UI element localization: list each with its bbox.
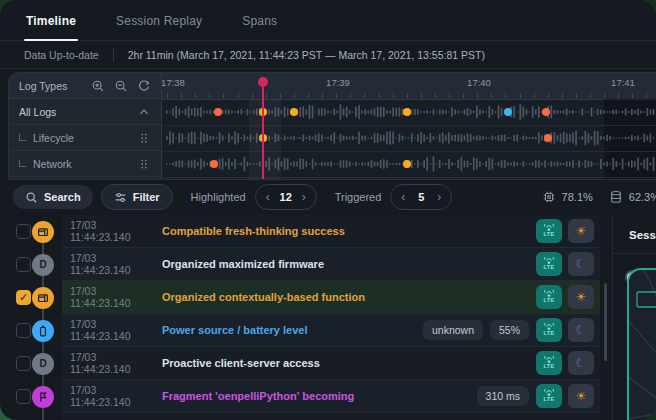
axis-tick — [548, 93, 549, 98]
log-row-content[interactable]: 17/03 11:44:23.140Fragment 'oenpelliPyth… — [62, 380, 600, 413]
axis-tick — [477, 93, 478, 98]
tab-timeline[interactable]: Timeline — [24, 14, 78, 40]
network-lte-badge[interactable]: LTE — [536, 252, 562, 276]
zoom-out-icon[interactable] — [114, 79, 128, 93]
axis-tick — [449, 93, 450, 98]
log-message: Compatible fresh-thinking success — [162, 225, 529, 237]
log-type-row-lifecycle[interactable]: Lifecycle — [9, 125, 161, 151]
log-type-row-network[interactable]: Network — [9, 151, 161, 177]
next-icon[interactable]: › — [437, 191, 441, 203]
log-message: Fragment 'oenpelliPython' becoming — [162, 390, 470, 402]
log-message: Proactive client-server access — [162, 357, 529, 369]
wifi-icon — [543, 323, 555, 330]
axis-tick — [195, 93, 196, 98]
network-lte-badge[interactable]: LTE — [536, 351, 562, 375]
log-row-content[interactable]: 17/03 11:44:23.140Proactive client-serve… — [62, 347, 600, 380]
wifi-icon — [543, 389, 555, 396]
tab-session-replay[interactable]: Session Replay — [114, 14, 204, 40]
zoom-in-icon[interactable] — [91, 79, 105, 93]
log-type-label: All Logs — [19, 106, 137, 118]
highlighted-pager: ‹ 12 › — [255, 184, 317, 210]
waveform-lane-network[interactable] — [161, 151, 656, 178]
event-dot-orange[interactable] — [544, 134, 552, 142]
axis-tick — [618, 93, 619, 98]
sun-mode-badge[interactable]: ☀ — [568, 384, 594, 408]
log-row-content[interactable]: 17/03 11:44:23.140Organized contextually… — [62, 281, 600, 314]
event-dot-orange[interactable] — [542, 108, 550, 116]
prev-icon[interactable]: ‹ — [266, 191, 270, 203]
row-checkbox[interactable] — [16, 389, 31, 404]
moon-mode-badge[interactable]: ☾ — [568, 318, 594, 342]
axis-tick — [604, 93, 605, 98]
event-dot-amber[interactable] — [403, 160, 411, 168]
next-icon[interactable]: › — [302, 191, 306, 203]
filter-icon — [114, 191, 127, 204]
row-checkbox[interactable] — [16, 257, 31, 272]
log-row-content[interactable]: 17/03 11:44:23.140Organized maximized fi… — [62, 248, 600, 281]
log-row[interactable]: D17/03 11:44:23.140Organized maximized f… — [0, 248, 611, 281]
log-timestamp: 17/03 11:44:23.140 — [70, 318, 154, 342]
filter-label: Filter — [133, 191, 160, 203]
axis-tick — [266, 93, 267, 98]
log-row-content[interactable]: 17/03 11:44:23.140Power source / battery… — [62, 314, 600, 347]
log-row[interactable]: 17/03 11:44:23.140Power source / battery… — [0, 314, 611, 347]
axis-tick — [562, 93, 563, 98]
log-type-row-all-logs[interactable]: All Logs — [9, 99, 161, 125]
event-dot-amber[interactable] — [403, 108, 411, 116]
timeline-wave-area[interactable]: 17:3817:3917:4017:41 — [161, 73, 656, 179]
log-row[interactable]: D17/03 11:44:23.140Proactive client-serv… — [0, 347, 611, 380]
refresh-icon[interactable] — [137, 79, 151, 93]
network-lte-badge[interactable]: LTE — [536, 285, 562, 309]
axis-tick — [350, 93, 351, 98]
drag-handle-icon[interactable] — [137, 131, 151, 145]
device-screen-preview[interactable] — [627, 268, 656, 420]
row-checkbox[interactable]: ✓ — [16, 290, 31, 305]
waveform-lane-lifecycle[interactable] — [161, 125, 656, 152]
info-bar: Data Up-to-date 2hr 11min (March 17, 202… — [0, 41, 656, 69]
row-checkbox[interactable] — [16, 323, 31, 338]
cpu-icon — [542, 190, 556, 204]
event-dot-blue[interactable] — [504, 108, 512, 116]
prev-icon[interactable]: ‹ — [401, 191, 405, 203]
log-message: Power source / battery level — [162, 324, 416, 336]
event-dot-orange[interactable] — [210, 160, 218, 168]
network-lte-badge[interactable]: LTE — [536, 384, 562, 408]
wifi-icon — [543, 224, 555, 231]
axis-tick — [421, 93, 422, 98]
moon-mode-badge[interactable]: ☾ — [568, 351, 594, 375]
log-row[interactable]: 17/03 11:44:23.140Compatible fresh-think… — [0, 215, 611, 248]
wifi-icon — [543, 257, 555, 264]
axis-tick — [379, 93, 380, 98]
sun-mode-badge[interactable]: ☀ — [568, 285, 594, 309]
waveform-lane-all-logs[interactable] — [161, 99, 656, 126]
playhead-knob[interactable] — [258, 77, 268, 87]
log-row-content[interactable]: 17/03 11:44:23.140Compatible fresh-think… — [62, 215, 600, 248]
event-dot-orange[interactable] — [214, 108, 222, 116]
log-types-sidebar: Log Types All LogsLifecycleNetwork — [9, 73, 162, 179]
axis-tick — [393, 93, 394, 98]
chevron-up-icon[interactable] — [137, 105, 151, 119]
letter-d-icon: D — [32, 353, 54, 375]
log-row[interactable]: 17/03 11:44:23.140Fragment 'oenpelliPyth… — [0, 380, 611, 413]
filter-button[interactable]: Filter — [101, 184, 173, 210]
playhead[interactable] — [262, 78, 264, 179]
wifi-icon — [543, 356, 555, 363]
drag-handle-icon[interactable] — [137, 157, 151, 171]
flag-icon — [32, 386, 54, 408]
branch-icon — [19, 134, 26, 141]
network-lte-badge[interactable]: LTE — [536, 219, 562, 243]
network-lte-badge[interactable]: LTE — [536, 318, 562, 342]
memory-value: 62.3% — [629, 191, 656, 203]
event-dot-amber[interactable] — [290, 108, 298, 116]
tab-spans[interactable]: Spans — [240, 14, 279, 40]
row-checkbox[interactable] — [16, 224, 31, 239]
axis-tick — [407, 93, 408, 98]
search-button[interactable]: Search — [13, 185, 93, 209]
sun-mode-badge[interactable]: ☀ — [568, 219, 594, 243]
log-types-label: Log Types — [19, 80, 82, 92]
resource-meters: 78.1% 62.3% — [542, 190, 656, 204]
log-row[interactable]: ✓17/03 11:44:23.140Organized contextuall… — [0, 281, 611, 314]
moon-mode-badge[interactable]: ☾ — [568, 252, 594, 276]
row-checkbox[interactable] — [16, 356, 31, 371]
axis-tick — [590, 93, 591, 98]
